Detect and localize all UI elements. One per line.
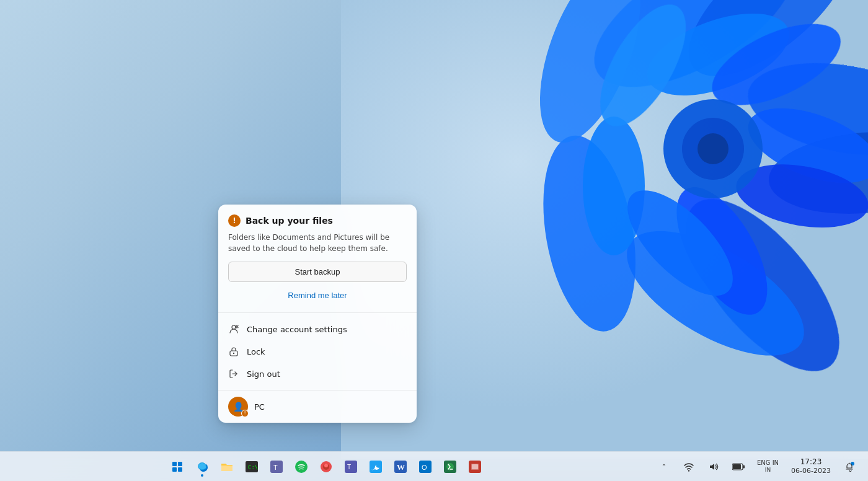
avatar-badge: ! — [241, 410, 249, 417]
svg-point-55 — [688, 470, 689, 471]
svg-rect-33 — [172, 467, 177, 472]
warning-icon: ! — [228, 214, 241, 227]
taskbar-systray: ⌃ — [653, 456, 868, 478]
twitter-button[interactable] — [365, 456, 387, 478]
svg-line-25 — [238, 327, 239, 328]
backup-description: Folders like Documents and Pictures will… — [228, 232, 407, 254]
teams-button[interactable]: T — [265, 456, 288, 478]
svg-rect-57 — [733, 464, 741, 469]
avatar: 👤 ! — [228, 397, 248, 417]
svg-line-26 — [238, 326, 239, 327]
svg-rect-32 — [178, 462, 182, 466]
svg-line-27 — [236, 327, 236, 328]
backup-title: Back up your files — [246, 216, 333, 226]
app4-button[interactable] — [464, 456, 486, 478]
svg-point-12 — [583, 117, 645, 255]
sign-out-item[interactable]: Sign out — [218, 363, 417, 385]
word-button[interactable]: W — [389, 456, 412, 478]
clock[interactable]: 17:23 06-06-2023 — [786, 456, 836, 477]
svg-rect-54 — [472, 464, 478, 469]
clock-time: 17:23 — [800, 457, 822, 467]
app1-button[interactable] — [315, 456, 337, 478]
change-account-label: Change account settings — [247, 325, 347, 334]
svg-point-42 — [324, 464, 328, 467]
notification-button[interactable] — [838, 456, 861, 478]
svg-line-24 — [236, 326, 236, 327]
svg-text:T: T — [273, 464, 278, 471]
taskbar-icons: C:\ T — [0, 456, 653, 478]
systray-overflow-button[interactable]: ⌃ — [653, 456, 675, 478]
start-backup-button[interactable]: Start backup — [228, 262, 407, 282]
menu-items-section: Change account settings Lock — [218, 313, 417, 391]
terminal-button[interactable]: C:\ — [241, 456, 263, 478]
spotify-button[interactable] — [290, 456, 312, 478]
person-settings-icon — [228, 324, 239, 335]
clock-date: 06-06-2023 — [791, 467, 831, 475]
app2-button[interactable]: T — [340, 456, 362, 478]
signout-icon — [228, 368, 239, 379]
edge-button[interactable] — [191, 456, 213, 478]
network-icon[interactable] — [678, 456, 700, 478]
backup-section: ! Back up your files Folders like Docume… — [218, 205, 417, 313]
lock-label: Lock — [247, 347, 265, 356]
svg-rect-58 — [743, 465, 745, 468]
svg-text:T: T — [347, 464, 351, 470]
svg-point-29 — [233, 353, 234, 354]
svg-point-20 — [232, 325, 236, 329]
desktop: ! Back up your files Folders like Docume… — [0, 0, 868, 481]
change-account-settings-item[interactable]: Change account settings — [218, 318, 417, 340]
popup-menu: ! Back up your files Folders like Docume… — [218, 205, 417, 423]
battery-icon[interactable] — [727, 456, 750, 478]
lock-icon — [228, 346, 239, 357]
language-eng: ENG IN — [757, 459, 779, 467]
language-region: IN — [765, 467, 771, 474]
svg-rect-34 — [178, 467, 182, 472]
file-explorer-button[interactable] — [216, 456, 238, 478]
wallpaper-bloom — [341, 0, 868, 459]
language-button[interactable]: ENG IN IN — [752, 457, 784, 476]
app3-button[interactable] — [439, 456, 461, 478]
user-section: 👤 ! PC — [218, 391, 417, 423]
taskbar: C:\ T — [0, 451, 868, 481]
sign-out-label: Sign out — [247, 369, 280, 379]
start-button[interactable] — [166, 456, 188, 478]
svg-text:W: W — [397, 462, 405, 472]
lock-item[interactable]: Lock — [218, 340, 417, 363]
svg-text:C:\: C:\ — [248, 464, 258, 470]
sound-icon[interactable] — [702, 456, 725, 478]
svg-point-19 — [698, 133, 728, 164]
backup-header: ! Back up your files — [228, 214, 407, 227]
outlook-button[interactable]: O — [414, 456, 436, 478]
svg-text:O: O — [422, 464, 427, 471]
svg-rect-31 — [172, 462, 177, 466]
remind-later-button[interactable]: Remind me later — [228, 286, 407, 305]
user-name: PC — [254, 402, 265, 412]
